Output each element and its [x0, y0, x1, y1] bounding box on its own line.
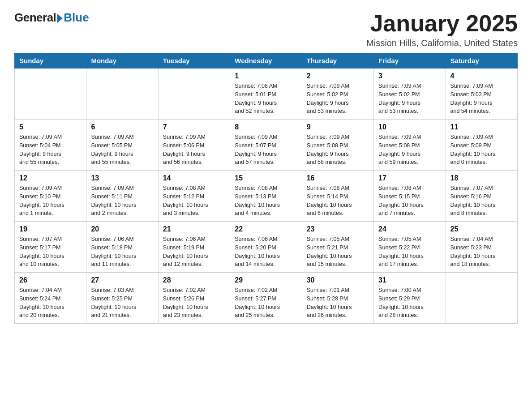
day-info: Sunrise: 7:04 AMSunset: 5:23 PMDaylight:… [450, 235, 513, 269]
logo-arrow-icon [57, 14, 63, 23]
calendar-cell: 19Sunrise: 7:07 AMSunset: 5:17 PMDayligh… [15, 222, 86, 273]
calendar-header-friday: Friday [374, 53, 446, 68]
calendar-cell: 15Sunrise: 7:08 AMSunset: 5:13 PMDayligh… [230, 171, 302, 222]
day-number: 1 [235, 72, 297, 80]
calendar-cell [86, 68, 158, 120]
calendar-cell: 18Sunrise: 7:07 AMSunset: 5:16 PMDayligh… [446, 171, 517, 222]
day-info: Sunrise: 7:09 AMSunset: 5:10 PMDaylight:… [19, 184, 82, 218]
day-info: Sunrise: 7:06 AMSunset: 5:19 PMDaylight:… [163, 235, 225, 269]
calendar-cell: 10Sunrise: 7:09 AMSunset: 5:08 PMDayligh… [374, 120, 446, 171]
day-info: Sunrise: 7:05 AMSunset: 5:21 PMDaylight:… [307, 235, 369, 269]
calendar-cell: 6Sunrise: 7:09 AMSunset: 5:05 PMDaylight… [86, 120, 158, 171]
day-number: 11 [450, 123, 513, 131]
day-info: Sunrise: 7:06 AMSunset: 5:18 PMDaylight:… [91, 235, 153, 269]
day-info: Sunrise: 7:07 AMSunset: 5:16 PMDaylight:… [450, 184, 513, 218]
calendar-week-row: 19Sunrise: 7:07 AMSunset: 5:17 PMDayligh… [15, 222, 518, 273]
calendar-header-row: SundayMondayTuesdayWednesdayThursdayFrid… [15, 53, 518, 68]
calendar-header-tuesday: Tuesday [158, 53, 230, 68]
calendar-cell: 25Sunrise: 7:04 AMSunset: 5:23 PMDayligh… [446, 222, 517, 273]
logo: General Blue [14, 11, 89, 25]
calendar-cell: 7Sunrise: 7:09 AMSunset: 5:06 PMDaylight… [158, 120, 230, 171]
day-info: Sunrise: 7:06 AMSunset: 5:20 PMDaylight:… [235, 235, 297, 269]
day-number: 16 [307, 174, 369, 182]
calendar-cell: 29Sunrise: 7:02 AMSunset: 5:27 PMDayligh… [230, 273, 302, 324]
day-info: Sunrise: 7:04 AMSunset: 5:24 PMDaylight:… [19, 286, 82, 320]
day-number: 6 [91, 123, 153, 131]
calendar-cell: 1Sunrise: 7:08 AMSunset: 5:01 PMDaylight… [230, 68, 302, 120]
calendar-cell: 3Sunrise: 7:09 AMSunset: 5:02 PMDaylight… [374, 68, 446, 120]
day-number: 10 [378, 123, 441, 131]
day-number: 24 [378, 225, 441, 233]
day-number: 18 [450, 174, 513, 182]
calendar-cell: 22Sunrise: 7:06 AMSunset: 5:20 PMDayligh… [230, 222, 302, 273]
page-header: General Blue January 2025 Mission Hills,… [14, 11, 518, 48]
day-info: Sunrise: 7:09 AMSunset: 5:08 PMDaylight:… [307, 133, 369, 167]
day-number: 29 [235, 276, 297, 284]
calendar-cell [446, 273, 517, 324]
day-info: Sunrise: 7:08 AMSunset: 5:15 PMDaylight:… [378, 184, 441, 218]
calendar-header-wednesday: Wednesday [230, 53, 302, 68]
calendar-header-sunday: Sunday [15, 53, 86, 68]
day-number: 7 [163, 123, 225, 131]
title-block: January 2025 Mission Hills, California, … [366, 11, 518, 48]
calendar-cell: 31Sunrise: 7:00 AMSunset: 5:29 PMDayligh… [374, 273, 446, 324]
day-info: Sunrise: 7:08 AMSunset: 5:12 PMDaylight:… [163, 184, 225, 218]
calendar-cell: 24Sunrise: 7:05 AMSunset: 5:22 PMDayligh… [374, 222, 446, 273]
day-number: 19 [19, 225, 82, 233]
day-number: 15 [235, 174, 297, 182]
calendar-week-row: 1Sunrise: 7:08 AMSunset: 5:01 PMDaylight… [15, 68, 518, 120]
day-number: 8 [235, 123, 297, 131]
calendar-week-row: 5Sunrise: 7:09 AMSunset: 5:04 PMDaylight… [15, 120, 518, 171]
page-subtitle: Mission Hills, California, United States [366, 38, 518, 48]
day-number: 20 [91, 225, 153, 233]
day-info: Sunrise: 7:09 AMSunset: 5:09 PMDaylight:… [450, 133, 513, 167]
calendar-cell: 26Sunrise: 7:04 AMSunset: 5:24 PMDayligh… [15, 273, 86, 324]
calendar-cell: 28Sunrise: 7:02 AMSunset: 5:26 PMDayligh… [158, 273, 230, 324]
day-number: 26 [19, 276, 82, 284]
day-info: Sunrise: 7:09 AMSunset: 5:11 PMDaylight:… [91, 184, 153, 218]
calendar-cell: 17Sunrise: 7:08 AMSunset: 5:15 PMDayligh… [374, 171, 446, 222]
day-info: Sunrise: 7:07 AMSunset: 5:17 PMDaylight:… [19, 235, 82, 269]
calendar-cell: 23Sunrise: 7:05 AMSunset: 5:21 PMDayligh… [302, 222, 373, 273]
day-info: Sunrise: 7:01 AMSunset: 5:28 PMDaylight:… [307, 286, 369, 320]
day-info: Sunrise: 7:09 AMSunset: 5:07 PMDaylight:… [235, 133, 297, 167]
day-info: Sunrise: 7:09 AMSunset: 5:05 PMDaylight:… [91, 133, 153, 167]
day-info: Sunrise: 7:05 AMSunset: 5:22 PMDaylight:… [378, 235, 441, 269]
calendar-cell: 5Sunrise: 7:09 AMSunset: 5:04 PMDaylight… [15, 120, 86, 171]
calendar-cell: 30Sunrise: 7:01 AMSunset: 5:28 PMDayligh… [302, 273, 373, 324]
day-info: Sunrise: 7:08 AMSunset: 5:01 PMDaylight:… [235, 82, 297, 116]
day-number: 14 [163, 174, 225, 182]
day-info: Sunrise: 7:09 AMSunset: 5:06 PMDaylight:… [163, 133, 225, 167]
day-number: 21 [163, 225, 225, 233]
calendar-cell: 27Sunrise: 7:03 AMSunset: 5:25 PMDayligh… [86, 273, 158, 324]
day-number: 22 [235, 225, 297, 233]
calendar-header-monday: Monday [86, 53, 158, 68]
day-info: Sunrise: 7:09 AMSunset: 5:02 PMDaylight:… [307, 82, 369, 116]
day-info: Sunrise: 7:08 AMSunset: 5:13 PMDaylight:… [235, 184, 297, 218]
day-info: Sunrise: 7:08 AMSunset: 5:14 PMDaylight:… [307, 184, 369, 218]
day-number: 30 [307, 276, 369, 284]
calendar-table: SundayMondayTuesdayWednesdayThursdayFrid… [14, 53, 518, 324]
calendar-cell: 11Sunrise: 7:09 AMSunset: 5:09 PMDayligh… [446, 120, 517, 171]
day-number: 2 [307, 72, 369, 80]
day-number: 3 [378, 72, 441, 80]
day-number: 31 [378, 276, 441, 284]
day-number: 17 [378, 174, 441, 182]
day-info: Sunrise: 7:03 AMSunset: 5:25 PMDaylight:… [91, 286, 153, 320]
day-number: 5 [19, 123, 82, 131]
calendar-cell: 21Sunrise: 7:06 AMSunset: 5:19 PMDayligh… [158, 222, 230, 273]
day-info: Sunrise: 7:09 AMSunset: 5:04 PMDaylight:… [19, 133, 82, 167]
calendar-cell [158, 68, 230, 120]
calendar-cell: 8Sunrise: 7:09 AMSunset: 5:07 PMDaylight… [230, 120, 302, 171]
calendar-cell: 2Sunrise: 7:09 AMSunset: 5:02 PMDaylight… [302, 68, 373, 120]
day-number: 28 [163, 276, 225, 284]
calendar-cell: 12Sunrise: 7:09 AMSunset: 5:10 PMDayligh… [15, 171, 86, 222]
day-number: 23 [307, 225, 369, 233]
day-number: 25 [450, 225, 513, 233]
logo-general-text: General [14, 11, 56, 25]
day-number: 4 [450, 72, 513, 80]
calendar-cell: 20Sunrise: 7:06 AMSunset: 5:18 PMDayligh… [86, 222, 158, 273]
calendar-week-row: 12Sunrise: 7:09 AMSunset: 5:10 PMDayligh… [15, 171, 518, 222]
day-info: Sunrise: 7:09 AMSunset: 5:02 PMDaylight:… [378, 82, 441, 116]
page-title: January 2025 [366, 11, 518, 36]
